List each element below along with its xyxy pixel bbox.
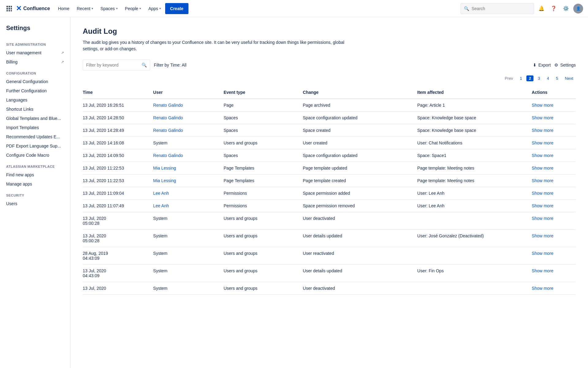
page-button-4[interactable]: 4: [544, 75, 552, 81]
nav-home[interactable]: Home: [55, 3, 72, 14]
user-link[interactable]: Renato Galindo: [153, 103, 183, 108]
cell-actions[interactable]: Show more: [532, 99, 576, 112]
cell-user[interactable]: Renato Galindo: [153, 112, 224, 124]
cell-event-type: Permissions: [224, 187, 303, 200]
sidebar-item-global-templates[interactable]: Global Templates and Blue...: [0, 114, 70, 123]
page-button-2[interactable]: 2: [526, 75, 533, 81]
sidebar-item-further-configuration[interactable]: Further Configuration: [0, 86, 70, 95]
cell-actions[interactable]: Show more: [532, 137, 576, 149]
show-more-link[interactable]: Show more: [532, 251, 553, 256]
sidebar-item-users[interactable]: Users: [0, 199, 70, 208]
cell-actions[interactable]: Show more: [532, 162, 576, 174]
cell-actions[interactable]: Show more: [532, 124, 576, 137]
cell-change: User details updated: [303, 265, 417, 282]
cell-user[interactable]: Lee Anh: [153, 200, 224, 212]
user-link[interactable]: Lee Anh: [153, 191, 169, 196]
prev-button[interactable]: Prev: [502, 75, 515, 81]
nav-apps[interactable]: Apps ▾: [145, 3, 164, 14]
svg-rect-0: [6, 6, 8, 7]
sidebar-item-manage-apps[interactable]: Manage apps: [0, 179, 70, 189]
cell-user[interactable]: Renato Galindo: [153, 124, 224, 137]
settings-button[interactable]: ⚙️: [561, 4, 571, 13]
table-row: 13 Jul, 2020 05:00:28SystemUsers and gro…: [83, 212, 576, 230]
user-link[interactable]: Renato Galindo: [153, 153, 183, 158]
cell-actions[interactable]: Show more: [532, 230, 576, 247]
sidebar-item-find-new-apps[interactable]: Find new apps: [0, 170, 70, 179]
show-more-link[interactable]: Show more: [532, 153, 553, 158]
cell-actions[interactable]: Show more: [532, 282, 576, 295]
show-more-link[interactable]: Show more: [532, 166, 553, 171]
user-link[interactable]: Mia Lessing: [153, 166, 176, 171]
sidebar-item-recommended-updates[interactable]: Recommended Updates E...: [0, 132, 70, 141]
user-link[interactable]: Mia Lessing: [153, 178, 176, 183]
cell-actions[interactable]: Show more: [532, 187, 576, 200]
nav-spaces[interactable]: Spaces ▾: [97, 3, 121, 14]
page-button-1[interactable]: 1: [517, 75, 524, 81]
show-more-link[interactable]: Show more: [532, 191, 553, 196]
cell-actions[interactable]: Show more: [532, 200, 576, 212]
search-icon: 🔍: [142, 63, 147, 67]
cell-actions[interactable]: Show more: [532, 112, 576, 124]
export-button[interactable]: ⬇ Export: [533, 63, 551, 67]
sidebar-item-general-configuration[interactable]: General Configuration: [0, 77, 70, 86]
cell-actions[interactable]: Show more: [532, 174, 576, 187]
help-button[interactable]: ❓: [549, 4, 559, 13]
cell-item-affected: Page template: Meeting notes: [417, 162, 532, 174]
cell-change: User details updated: [303, 230, 417, 247]
cell-actions[interactable]: Show more: [532, 265, 576, 282]
next-button[interactable]: Next: [563, 75, 576, 81]
sidebar-section-label: SECURITY: [0, 189, 70, 199]
sidebar-item-shortcut-links[interactable]: Shortcut Links: [0, 105, 70, 114]
show-more-link[interactable]: Show more: [532, 128, 553, 133]
cell-time: 13 Jul, 2020 05:00:28: [83, 230, 153, 247]
cell-user: System: [153, 265, 224, 282]
table-row: 13 Jul, 2020 11:07:49Lee AnhPermissionsS…: [83, 200, 576, 212]
sidebar-item-import-templates[interactable]: Import Templates: [0, 123, 70, 132]
show-more-link[interactable]: Show more: [532, 178, 553, 183]
user-link[interactable]: Renato Galindo: [153, 115, 183, 120]
show-more-link[interactable]: Show more: [532, 115, 553, 120]
page-button-3[interactable]: 3: [535, 75, 542, 81]
sidebar-item-billing[interactable]: Billing ↗: [0, 57, 70, 67]
logo[interactable]: ✕ Confluence: [16, 5, 50, 13]
page-button-5[interactable]: 5: [553, 75, 560, 81]
cell-change: Space created: [303, 124, 417, 137]
show-more-link[interactable]: Show more: [532, 233, 553, 238]
sidebar-item-configure-code[interactable]: Configure Code Macro: [0, 151, 70, 160]
create-button[interactable]: Create: [165, 3, 188, 14]
sidebar-item-languages[interactable]: Languages: [0, 95, 70, 105]
show-more-link[interactable]: Show more: [532, 203, 553, 208]
filter-keyword-input[interactable]: [86, 63, 139, 67]
svg-rect-4: [9, 8, 10, 10]
show-more-link[interactable]: Show more: [532, 216, 553, 221]
cell-event-type: Users and groups: [224, 137, 303, 149]
cell-actions[interactable]: Show more: [532, 212, 576, 230]
show-more-link[interactable]: Show more: [532, 103, 553, 108]
cell-actions[interactable]: Show more: [532, 247, 576, 265]
search-input[interactable]: [472, 6, 531, 11]
cell-user[interactable]: Mia Lessing: [153, 174, 224, 187]
cell-user[interactable]: Mia Lessing: [153, 162, 224, 174]
sidebar-item-pdf-export[interactable]: PDF Export Language Sup...: [0, 141, 70, 151]
cell-user[interactable]: Lee Anh: [153, 187, 224, 200]
table-row: 13 Jul, 2020 14:28:49Renato GalindoSpace…: [83, 124, 576, 137]
sidebar-item-user-management[interactable]: User management ↗: [0, 48, 70, 57]
cell-actions[interactable]: Show more: [532, 149, 576, 162]
notifications-button[interactable]: 🔔: [537, 4, 546, 13]
col-header-change: Change: [303, 86, 417, 99]
nav-recent[interactable]: Recent ▾: [74, 3, 96, 14]
show-more-link[interactable]: Show more: [532, 268, 553, 273]
cell-user[interactable]: Renato Galindo: [153, 99, 224, 112]
user-link[interactable]: Lee Anh: [153, 203, 169, 208]
user-link[interactable]: Renato Galindo: [153, 128, 183, 133]
grid-icon[interactable]: [5, 4, 13, 13]
nav-people[interactable]: People ▾: [122, 3, 144, 14]
cell-user[interactable]: Renato Galindo: [153, 149, 224, 162]
search-box[interactable]: 🔍: [461, 3, 534, 14]
table-row: 13 Jul, 2020 05:00:28SystemUsers and gro…: [83, 230, 576, 247]
show-more-link[interactable]: Show more: [532, 286, 553, 291]
audit-settings-button[interactable]: ⚙ Settings: [554, 63, 576, 67]
avatar[interactable]: 👤: [573, 4, 583, 13]
show-more-link[interactable]: Show more: [532, 140, 553, 145]
filter-time[interactable]: Filter by Time: All: [154, 63, 187, 67]
